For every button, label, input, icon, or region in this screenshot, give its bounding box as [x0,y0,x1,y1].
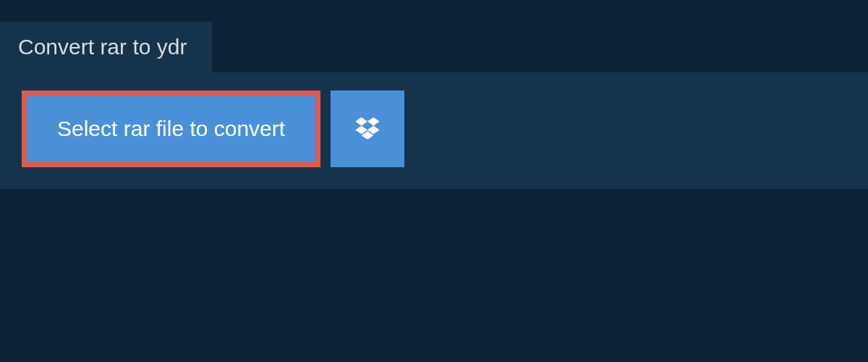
tab-label: Convert rar to ydr [18,35,187,59]
dropbox-button[interactable] [331,90,404,167]
dropbox-icon [355,117,380,141]
tab-convert[interactable]: Convert rar to ydr [0,22,212,72]
select-file-button[interactable]: Select rar file to convert [27,96,315,162]
button-row: Select rar file to convert [22,90,846,167]
select-file-highlight: Select rar file to convert [22,90,320,167]
tab-container: Convert rar to ydr [0,0,868,72]
upload-panel: Select rar file to convert [0,72,868,189]
select-file-label: Select rar file to convert [57,117,285,140]
converter-widget: Convert rar to ydr Select rar file to co… [0,0,868,189]
